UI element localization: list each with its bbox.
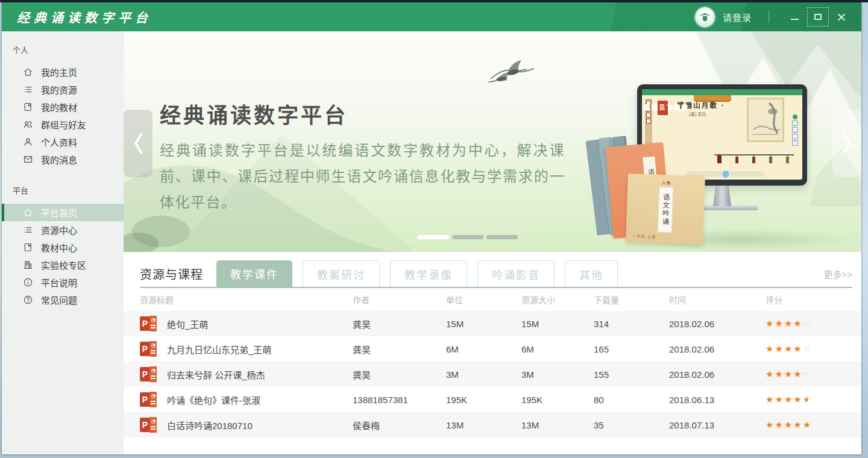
sidebar-item-my-home[interactable]: 我的主页 — [2, 63, 124, 81]
sidebar-item-textbook-center[interactable]: 教材中心 — [2, 239, 124, 256]
monitor-screen: · 峨眉山月歌 · [唐] 李白 峨眉山月半轮秋 影入平羌江水流 夜发清溪向三峡… — [642, 89, 802, 180]
col-header: 下载量 — [594, 293, 669, 306]
screen-poem: · 峨眉山月歌 · [唐] 李白 峨眉山月半轮秋 影入平羌江水流 夜发清溪向三峡… — [658, 100, 737, 119]
star-icon: ★ — [766, 394, 775, 404]
banner-title: 经典诵读数字平台 — [160, 98, 348, 129]
titlebar: 经典诵读数字平台 请登录 — [2, 2, 861, 31]
window-frame: 经典诵读数字平台 请登录 个人我的主页我的资源我的教材群组与好友个人资料我的消息… — [0, 0, 868, 458]
sidebar-item-groups-friends[interactable]: 群组与好友 — [2, 116, 124, 133]
tab-other[interactable]: 其他 — [565, 260, 618, 287]
tassel-icon — [735, 157, 738, 163]
carousel-dot[interactable] — [418, 235, 449, 239]
user-icon — [22, 137, 33, 147]
resources-table: 资源标题 作者 单位 资源大小 下载量 时间 评分 P 绝句_王萌 龚昊 15M… — [124, 288, 861, 438]
sidebar-item-label: 我的教材 — [41, 101, 77, 113]
resource-date: 2018.06.13 — [669, 395, 766, 405]
rating-stars: ★★★★☆ — [766, 318, 852, 329]
ppt-file-icon: P — [140, 392, 157, 407]
tassel-icon — [769, 157, 772, 163]
book-icon — [22, 102, 33, 112]
monitor-stand — [713, 186, 731, 206]
sidebar-item-resource-center[interactable]: 资源中心 — [2, 221, 124, 239]
sidebar-item-my-profile[interactable]: 个人资料 — [2, 133, 124, 151]
resource-downloads: 314 — [594, 319, 669, 329]
table-row[interactable]: P 吟诵《绝句》课件-张淑 13881857381 195K 195K 80 2… — [124, 387, 861, 412]
sidebar-item-my-messages[interactable]: 我的消息 — [2, 151, 124, 168]
tab-courseware[interactable]: 教学课件 — [216, 260, 292, 287]
home-icon — [22, 207, 33, 218]
resource-size: 13M — [521, 420, 594, 430]
home-icon — [22, 67, 33, 77]
resource-unit: 3M — [446, 369, 521, 380]
col-header: 资源大小 — [521, 293, 594, 306]
login-button[interactable]: 请登录 — [723, 11, 752, 24]
resource-author: 龚昊 — [353, 343, 446, 356]
sidebar-item-platform-home[interactable]: 平台首页 — [2, 204, 124, 221]
sidebar-item-my-resources[interactable]: 我的资源 — [2, 81, 124, 98]
resource-author: 龚昊 — [353, 318, 446, 330]
screen-painting — [747, 98, 784, 142]
resource-title: 吟诵《绝句》课件-张淑 — [167, 394, 260, 406]
tab-lesson-plans[interactable]: 教案研讨 — [303, 260, 380, 287]
star-icon: ★ — [775, 369, 784, 379]
sidebar-item-pilot-school-zone[interactable]: 实验校专区 — [2, 256, 124, 274]
more-link[interactable]: 更多>> — [823, 268, 852, 280]
carousel-prev-button[interactable] — [124, 110, 153, 177]
titlebar-divider — [769, 11, 769, 23]
close-button[interactable] — [832, 9, 851, 25]
resource-title: 归去来兮辞 公开课_杨杰 — [167, 368, 265, 381]
carousel-dot[interactable] — [486, 235, 518, 239]
star-icon: ★ — [803, 419, 812, 430]
resource-unit: 195K — [446, 395, 521, 405]
ppt-file-icon: P — [140, 417, 157, 433]
resource-title: 九月九日忆山东兄弟_王萌 — [167, 343, 271, 356]
screen-buttons — [792, 114, 798, 146]
resource-author: 龚昊 — [353, 368, 446, 381]
tabs: 教学课件教案研讨教学录像吟诵影音其他 — [216, 260, 628, 287]
star-icon: ★ — [766, 318, 775, 328]
resource-downloads: 35 — [594, 420, 669, 430]
resource-title: 绝句_王萌 — [167, 318, 208, 330]
table-row[interactable]: P 归去来兮辞 公开课_杨杰 龚昊 3M 3M 155 2018.02.06 ★… — [124, 362, 861, 387]
star-icon: ★ — [793, 318, 802, 328]
resource-downloads: 155 — [594, 369, 669, 380]
maximize-button[interactable] — [809, 9, 827, 25]
sidebar-item-label: 资源中心 — [41, 224, 77, 236]
user-avatar-icon[interactable] — [695, 7, 715, 27]
star-icon: ★ — [775, 344, 784, 354]
star-icon: ☆ — [803, 344, 812, 354]
tab-recitation-media[interactable]: 吟诵影音 — [477, 260, 555, 287]
book-publisher-label: 人教 — [661, 180, 671, 186]
carousel-dot[interactable] — [452, 235, 483, 239]
tassel-icon — [786, 157, 789, 163]
sidebar-item-label: 平台首页 — [41, 206, 77, 219]
tabs-row: 资源与课程 教学课件教案研讨教学录像吟诵影音其他 更多>> — [140, 260, 852, 288]
resources-section: 资源与课程 教学课件教案研讨教学录像吟诵影音其他 更多>> 资源标题 作者 单位… — [124, 252, 861, 454]
resource-downloads: 165 — [594, 344, 669, 354]
hero-banner: 经典诵读数字平台 经典诵读数字平台是以统编语文数字教材为中心，解决课前、课中、课… — [124, 31, 861, 252]
table-row[interactable]: P 九月九日忆山东兄弟_王萌 龚昊 6M 6M 165 2018.02.06 ★… — [124, 336, 861, 362]
star-icon: ★ — [766, 369, 775, 379]
sidebar-item-label: 常见问题 — [41, 293, 77, 306]
table-row[interactable]: P 白话诗吟诵20180710 侯春梅 13M 13M 35 2018.07.1… — [124, 412, 861, 438]
info-icon — [22, 277, 33, 287]
book-icon — [22, 242, 33, 253]
table-row[interactable]: P 绝句_王萌 龚昊 15M 15M 314 2018.02.06 ★★★★☆ — [124, 311, 861, 336]
book-illustration: 人教 语文吟诵 一年级 上册 — [626, 174, 705, 245]
col-header: 单位 — [446, 293, 521, 306]
sidebar-item-faq[interactable]: 常见问题 — [2, 291, 124, 309]
rating-stars: ★★★★★ — [766, 394, 852, 405]
resource-date: 2018.02.06 — [669, 319, 766, 329]
star-icon: ★ — [784, 419, 793, 430]
sidebar-item-my-textbooks[interactable]: 我的教材 — [2, 98, 124, 116]
sidebar-item-label: 个人资料 — [41, 136, 77, 148]
tab-teaching-videos[interactable]: 教学录像 — [390, 260, 467, 287]
minimize-button[interactable] — [785, 9, 804, 25]
sidebar-item-platform-info[interactable]: 平台说明 — [2, 274, 124, 291]
poem-line: 思君不见下渝州 — [658, 101, 668, 115]
cranes-decoration — [484, 54, 539, 89]
col-header: 评分 — [766, 293, 852, 306]
maximize-icon — [814, 14, 822, 20]
sidebar-section: 平台平台首页资源中心教材中心实验校专区平台说明常见问题 — [2, 184, 124, 309]
star-icon: ★ — [793, 369, 802, 379]
